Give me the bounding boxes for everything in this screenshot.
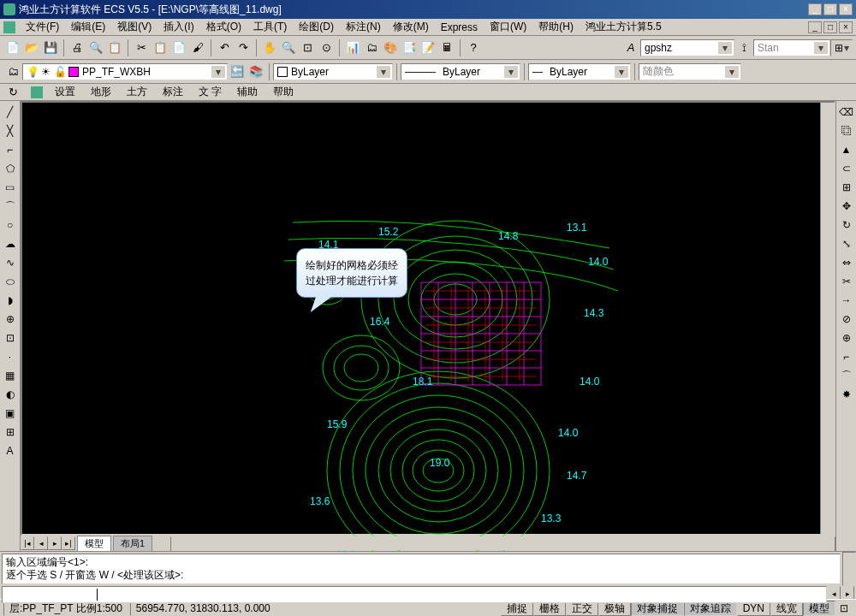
mtext-icon[interactable]: A (2, 442, 19, 459)
markup-icon[interactable]: 📝 (419, 38, 437, 57)
calc-icon[interactable]: 🖩 (437, 38, 456, 57)
menu-edit[interactable]: 编辑(E) (66, 18, 110, 36)
publish-icon[interactable]: 📋 (105, 38, 124, 57)
layer-prev-icon[interactable]: 🔙 (228, 62, 247, 81)
hy-icon2[interactable] (31, 86, 43, 98)
hy-earthwork[interactable]: 土方 (123, 83, 151, 101)
table-icon[interactable]: ⊞ (2, 424, 19, 441)
mirror-icon[interactable]: ▲ (838, 141, 855, 158)
canvas-vscroll[interactable] (820, 103, 834, 534)
move-icon[interactable]: ✥ (838, 198, 855, 215)
ellipse-icon[interactable]: ⬭ (2, 273, 19, 290)
minimize-button[interactable]: _ (808, 3, 822, 15)
zoom-rt-icon[interactable]: 🔍 (279, 38, 298, 57)
revcloud-icon[interactable]: ☁ (2, 235, 19, 252)
cmd-vscroll[interactable] (842, 552, 856, 586)
tab-layout1[interactable]: 布局1 (113, 536, 152, 552)
dc-icon[interactable]: 🗂 (362, 38, 381, 57)
stretch-icon[interactable]: ⇔ (838, 254, 855, 271)
cut-icon[interactable]: ✂ (132, 38, 151, 57)
menu-format[interactable]: 格式(O) (201, 18, 247, 36)
lineweight-dropdown[interactable]: — ByLayer ▾ (528, 63, 631, 80)
scale-icon[interactable]: ⤡ (838, 235, 855, 252)
menu-file[interactable]: 文件(F) (21, 18, 64, 36)
dimstyle-icon[interactable]: ⟟ (734, 38, 753, 57)
block-icon[interactable]: ⊡ (2, 329, 19, 346)
tab-prev-button[interactable]: ◂ (34, 536, 48, 550)
copy-icon[interactable]: 📋 (151, 38, 169, 57)
menu-window[interactable]: 窗口(W) (484, 18, 532, 36)
tab-first-button[interactable]: |◂ (21, 536, 34, 550)
paste-icon[interactable]: 📄 (169, 38, 188, 57)
array-icon[interactable]: ⊞ (838, 179, 855, 196)
xline-icon[interactable]: ╳ (2, 122, 19, 139)
hy-settings[interactable]: 设置 (51, 83, 79, 101)
offset-icon[interactable]: ⊂ (838, 160, 855, 177)
hatch-icon[interactable]: ▦ (2, 367, 19, 384)
point-icon[interactable]: · (2, 348, 19, 365)
properties-icon[interactable]: 📊 (343, 38, 362, 57)
hy-aux[interactable]: 辅助 (234, 83, 261, 101)
plotstyle-dropdown[interactable]: 随颜色 ▾ (639, 63, 741, 80)
erase-icon[interactable]: ⌫ (838, 104, 855, 121)
menu-draw[interactable]: 绘图(D) (294, 18, 339, 36)
preview-icon[interactable]: 🔍 (86, 38, 105, 57)
insert-icon[interactable]: ⊕ (2, 311, 19, 328)
menu-tools[interactable]: 工具(T) (248, 18, 292, 36)
menu-insert[interactable]: 插入(I) (158, 18, 199, 36)
tablestyle-dropdown[interactable]: ⊞▾ (830, 39, 853, 56)
zoom-win-icon[interactable]: ⊡ (298, 38, 317, 57)
copy-obj-icon[interactable]: ⿻ (838, 122, 855, 139)
tool-palette-icon[interactable]: 🎨 (381, 38, 400, 57)
canvas-hscroll[interactable] (156, 536, 835, 550)
zoom-prev-icon[interactable]: ⊙ (317, 38, 336, 57)
mdi-close-button[interactable]: × (839, 21, 853, 33)
ssm-icon[interactable]: 📑 (400, 38, 419, 57)
menu-dim[interactable]: 标注(N) (341, 18, 386, 36)
join-icon[interactable]: ⊕ (838, 329, 855, 346)
arc-icon[interactable]: ⌒ (2, 198, 19, 215)
hy-terrain[interactable]: 地形 (87, 83, 115, 101)
mdi-restore-button[interactable]: □ (823, 21, 837, 33)
linetype-dropdown[interactable]: ——— ByLayer ▾ (401, 63, 520, 80)
print-icon[interactable]: 🖨 (68, 38, 86, 57)
tab-model[interactable]: 模型 (77, 536, 111, 552)
pan-icon[interactable]: ✋ (260, 38, 279, 57)
explode-icon[interactable]: ✸ (838, 386, 855, 403)
status-extra-icon[interactable]: ⊡ (835, 600, 853, 617)
menu-express[interactable]: Express (436, 20, 483, 35)
gradient-icon[interactable]: ◐ (2, 386, 19, 403)
menu-modify[interactable]: 修改(M) (388, 18, 434, 36)
chamfer-icon[interactable]: ⌐ (838, 348, 855, 365)
menu-help[interactable]: 帮助(H) (533, 18, 579, 36)
textstyle-dropdown[interactable]: gpshz▾ (640, 39, 734, 56)
textstyle-icon[interactable]: A (621, 38, 640, 57)
ellipse-arc-icon[interactable]: ◗ (2, 292, 19, 309)
rectangle-icon[interactable]: ▭ (2, 179, 19, 196)
redo-icon[interactable]: ↷ (234, 38, 253, 57)
menu-hongye[interactable]: 鸿业土方计算5.5 (580, 18, 667, 36)
close-button[interactable]: × (839, 3, 853, 15)
color-dropdown[interactable]: ByLayer ▾ (273, 63, 393, 80)
polygon-icon[interactable]: ⬠ (2, 160, 19, 177)
pline-icon[interactable]: ⌐ (2, 141, 19, 158)
command-input[interactable] (2, 586, 827, 603)
layer-props-icon[interactable]: 🗂 (3, 62, 22, 81)
mdi-minimize-button[interactable]: _ (808, 21, 822, 33)
open-icon[interactable]: 📂 (22, 38, 41, 57)
tab-last-button[interactable]: ▸| (62, 536, 75, 550)
rotate-icon[interactable]: ↻ (838, 216, 855, 234)
fillet-icon[interactable]: ⌒ (838, 367, 855, 384)
save-icon[interactable]: 💾 (41, 38, 60, 57)
layer-dropdown[interactable]: 💡 ☀ 🔓 PP_TF_WXBH ▾ (22, 63, 228, 80)
region-icon[interactable]: ▣ (2, 405, 19, 422)
undo-icon[interactable]: ↶ (215, 38, 234, 57)
hy-text[interactable]: 文 字 (195, 83, 225, 101)
new-icon[interactable]: 📄 (3, 38, 22, 57)
tab-next-button[interactable]: ▸ (48, 536, 62, 550)
break-icon[interactable]: ⊘ (838, 311, 855, 328)
hy-annotate[interactable]: 标注 (159, 83, 187, 101)
match-icon[interactable]: 🖌 (188, 38, 207, 57)
hy-icon1[interactable]: ↻ (3, 83, 22, 102)
dimstyle-dropdown[interactable]: Stan▾ (753, 39, 830, 56)
